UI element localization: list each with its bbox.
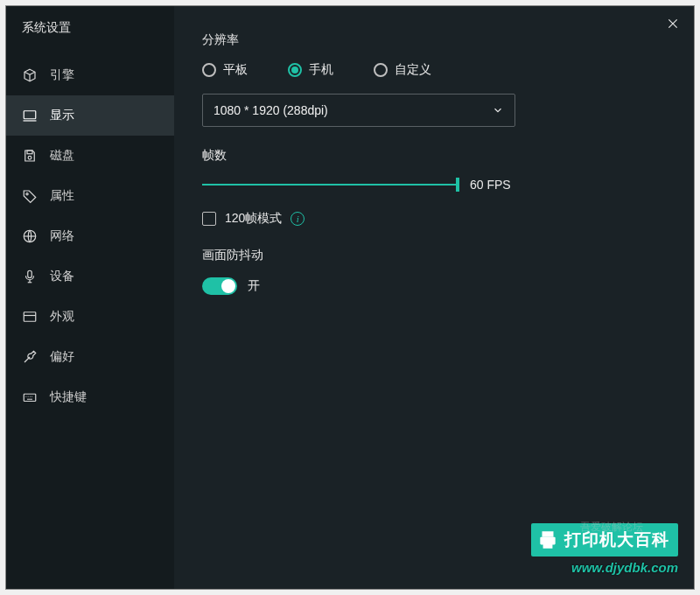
sidebar-item-label: 设备: [50, 269, 74, 284]
radio-label: 自定义: [395, 62, 431, 78]
close-button[interactable]: [666, 17, 682, 32]
sidebar-item-device[interactable]: 设备: [6, 256, 174, 297]
fps-value: 60 FPS: [470, 178, 511, 192]
tag-icon: [22, 188, 38, 204]
resolution-label: 分辨率: [202, 32, 659, 48]
resolution-radio-group: 平板 手机 自定义: [202, 62, 659, 78]
info-icon[interactable]: i: [290, 212, 304, 226]
toggle-knob: [221, 279, 235, 293]
fps-slider-row: 60 FPS: [202, 178, 659, 192]
fps-slider[interactable]: [202, 178, 458, 192]
svg-rect-0: [24, 111, 36, 119]
slider-track: [202, 184, 458, 186]
sidebar-item-label: 显示: [50, 108, 74, 123]
sidebar-item-label: 属性: [50, 188, 74, 204]
dropdown-value: 1080 * 1920 (288dpi): [214, 103, 328, 117]
radio-phone[interactable]: 手机: [288, 62, 333, 78]
sidebar-item-disk[interactable]: 磁盘: [6, 136, 174, 176]
toggle-state-label: 开: [248, 278, 260, 294]
watermark-text: 打印机大百科: [564, 528, 669, 551]
monitor-icon: [22, 108, 38, 123]
sidebar-item-label: 外观: [50, 309, 74, 325]
sidebar-item-display[interactable]: 显示: [6, 95, 174, 136]
globe-icon: [22, 228, 38, 244]
checkbox-label: 120帧模式: [225, 211, 282, 227]
svg-point-2: [28, 156, 32, 159]
svg-rect-7: [24, 394, 36, 401]
watermark: 吾爱破解论坛 打印机大百科 www.djydbk.com: [531, 523, 678, 575]
mic-icon: [22, 269, 38, 284]
radio-circle-icon: [374, 63, 388, 77]
cube-icon: [22, 67, 38, 83]
radio-label: 平板: [223, 62, 248, 78]
antishake-label: 画面防抖动: [202, 248, 659, 263]
window-icon: [22, 309, 38, 325]
svg-point-3: [26, 193, 28, 195]
radio-circle-icon: [288, 63, 302, 77]
chevron-down-icon: [492, 104, 504, 116]
watermark-url: www.djydbk.com: [531, 560, 678, 575]
svg-rect-8: [540, 537, 555, 545]
svg-rect-9: [543, 542, 553, 549]
close-icon: [666, 17, 680, 31]
sidebar: 系统设置 引擎 显示 磁盘 属性: [6, 6, 174, 589]
svg-rect-6: [24, 312, 36, 322]
sidebar-item-engine[interactable]: 引擎: [6, 55, 174, 95]
window-title: 系统设置: [6, 6, 174, 55]
resolution-dropdown[interactable]: 1080 * 1920 (288dpi): [202, 94, 515, 127]
wrench-icon: [22, 349, 38, 365]
sidebar-item-network[interactable]: 网络: [6, 216, 174, 256]
svg-rect-1: [27, 150, 32, 154]
sidebar-item-prefs[interactable]: 偏好: [6, 337, 174, 377]
fps-label: 帧数: [202, 148, 659, 164]
sidebar-item-appearance[interactable]: 外观: [6, 297, 174, 337]
watermark-forum: 吾爱破解论坛: [580, 520, 643, 535]
slider-thumb[interactable]: [456, 178, 459, 192]
printer-icon: [536, 528, 559, 551]
sidebar-item-label: 磁盘: [50, 148, 74, 164]
sidebar-item-label: 偏好: [50, 349, 74, 365]
fps-120-checkbox[interactable]: 120帧模式 i: [202, 211, 659, 227]
radio-custom[interactable]: 自定义: [374, 62, 431, 78]
save-icon: [22, 148, 38, 164]
radio-label: 手机: [309, 62, 333, 78]
sidebar-item-attrs[interactable]: 属性: [6, 176, 174, 216]
checkbox-icon: [202, 212, 216, 226]
sidebar-item-shortcuts[interactable]: 快捷键: [6, 377, 174, 417]
sidebar-item-label: 快捷键: [50, 389, 87, 405]
svg-rect-5: [28, 270, 32, 277]
radio-circle-icon: [202, 63, 216, 77]
keyboard-icon: [22, 389, 38, 405]
watermark-badge: 打印机大百科: [531, 523, 678, 556]
main-panel: 分辨率 平板 手机 自定义 1080 * 1920 (288dpi) 帧数: [174, 6, 694, 589]
antishake-toggle-row: 开: [202, 277, 659, 295]
antishake-toggle[interactable]: [202, 277, 237, 295]
radio-tablet[interactable]: 平板: [202, 62, 248, 78]
sidebar-item-label: 网络: [50, 228, 74, 244]
sidebar-item-label: 引擎: [50, 67, 74, 83]
